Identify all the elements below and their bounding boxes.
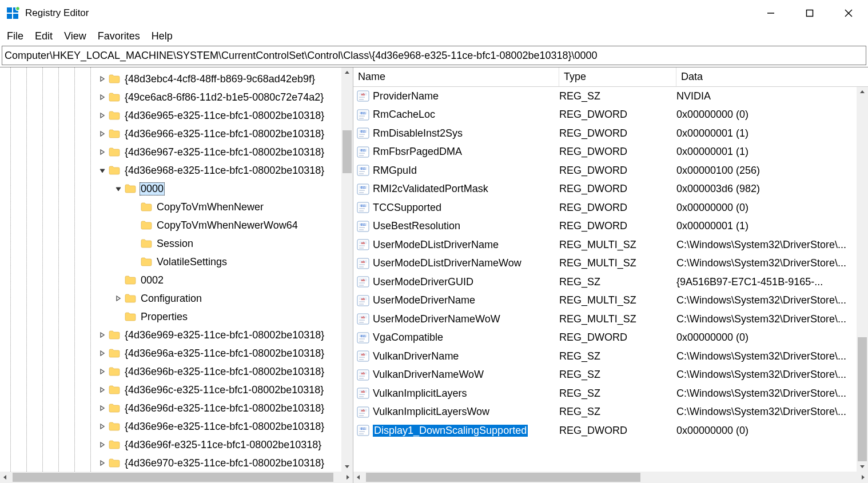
tree-row[interactable]: {49ce6ac8-6f86-11d2-b1e5-0080c72e74a2} [0,88,353,106]
tree-row[interactable]: 0002 [0,271,353,289]
column-header-type[interactable]: Type [559,67,676,86]
value-row[interactable]: 011VgaCompatibleREG_DWORD0x00000000 (0) [353,329,868,348]
chevron-right-icon[interactable] [97,369,107,374]
value-row[interactable]: 011RMI2cValidatedPortMaskREG_DWORD0x0000… [353,180,868,199]
tree-row[interactable]: {48d3ebc4-4cf8-48ff-b869-9c68ad42eb9f} [0,70,353,88]
value-data: C:\Windows\System32\DriverStore\... [676,294,868,306]
scroll-right-arrow-icon[interactable] [343,472,353,483]
tree-row[interactable]: {4d36e96c-e325-11ce-bfc1-08002be10318} [0,381,353,399]
address-bar[interactable]: Computer\HKEY_LOCAL_MACHINE\SYSTEM\Curre… [2,46,866,65]
svg-rect-82 [359,357,365,358]
tree-row[interactable]: Session [0,234,353,253]
chevron-right-icon[interactable] [97,387,107,393]
value-row[interactable]: abVulkanDriverNameREG_SZC:\Windows\Syste… [353,347,868,366]
maximize-button[interactable] [790,0,829,26]
value-name: VulkanImplicitLayersWow [373,406,559,418]
close-button[interactable] [829,0,868,26]
chevron-right-icon[interactable] [97,350,107,356]
value-name: RmDisableInst2Sys [373,127,559,139]
value-row[interactable]: abUserModeDriverNameREG_MULTI_SZC:\Windo… [353,292,868,310]
tree-row[interactable]: {4d36e965-e325-11ce-bfc1-08002be10318} [0,106,353,125]
chevron-right-icon[interactable] [97,405,107,411]
scroll-down-arrow-icon[interactable] [857,461,868,472]
scroll-left-arrow-icon[interactable] [0,472,10,483]
value-row[interactable]: 011RmCacheLocREG_DWORD0x00000000 (0) [353,106,868,125]
values-horizontal-scrollbar[interactable] [353,472,868,483]
menu-item-edit[interactable]: Edit [33,29,55,43]
column-header-data[interactable]: Data [676,67,868,86]
tree-row[interactable]: {4d36e96e-e325-11ce-bfc1-08002be10318} [0,417,353,436]
address-text: Computer\HKEY_LOCAL_MACHINE\SYSTEM\Curre… [5,50,598,62]
tree-row[interactable]: {4d36e967-e325-11ce-bfc1-08002be10318} [0,143,353,161]
value-row[interactable]: 011TCCSupportedREG_DWORD0x00000000 (0) [353,198,868,217]
value-row[interactable]: 011RmDisableInst2SysREG_DWORD0x00000001 … [353,124,868,143]
tree-row[interactable]: 0000 [0,179,353,198]
tree-vertical-scrollbar[interactable] [341,67,353,472]
value-row[interactable]: 011Display1_DownScalingSupportedREG_DWOR… [353,421,868,440]
reg-binary-icon: 011 [356,146,371,158]
tree-row[interactable]: CopyToVmWhenNewerWow64 [0,216,353,234]
menu-item-help[interactable]: Help [149,29,175,43]
tree-item-label: {4d36e967-e325-11ce-bfc1-08002be10318} [124,146,325,158]
value-row[interactable]: abUserModeDListDriverNameWowREG_MULTI_SZ… [353,254,868,273]
svg-rect-77 [359,338,365,340]
chevron-right-icon[interactable] [97,460,107,466]
scroll-right-arrow-icon[interactable] [858,472,868,483]
column-header-name[interactable]: Name [353,67,559,86]
menu-bar: FileEditViewFavoritesHelp [0,26,868,46]
tree-row[interactable]: {4d36e96d-e325-11ce-bfc1-08002be10318} [0,399,353,417]
scroll-up-arrow-icon[interactable] [341,67,353,78]
tree-row[interactable]: {4d36e966-e325-11ce-bfc1-08002be10318} [0,125,353,143]
value-row[interactable]: abUserModeDListDriverNameREG_MULTI_SZC:\… [353,235,868,254]
minimize-button[interactable] [751,0,790,26]
chevron-right-icon[interactable] [97,424,107,429]
tree-item-label: {4d36e965-e325-11ce-bfc1-08002be10318} [124,110,325,122]
menu-item-file[interactable]: File [5,29,26,43]
chevron-right-icon[interactable] [97,94,107,100]
value-row[interactable]: abVulkanDriverNameWoWREG_SZC:\Windows\Sy… [353,366,868,385]
menu-item-favorites[interactable]: Favorites [95,29,142,43]
chevron-down-icon[interactable] [113,186,124,191]
tree-row[interactable]: {4d36e96f-e325-11ce-bfc1-08002be10318} [0,436,353,454]
tree-horizontal-scrollbar[interactable] [0,472,353,483]
tree-row[interactable]: {4d36e970-e325-11ce-bfc1-08002be10318} [0,454,353,472]
chevron-right-icon[interactable] [97,113,107,118]
chevron-right-icon[interactable] [113,296,124,301]
tree-row[interactable]: {4d36e968-e325-11ce-bfc1-08002be10318} [0,161,353,179]
value-row[interactable]: abVulkanImplicitLayersWowREG_SZC:\Window… [353,403,868,422]
value-row[interactable]: 011RMGpuIdREG_DWORD0x00000100 (256) [353,161,868,180]
chevron-right-icon[interactable] [97,149,107,155]
value-row[interactable]: 011UseBestResolutionREG_DWORD0x00000001 … [353,217,868,236]
scroll-up-arrow-icon[interactable] [857,87,868,97]
scroll-down-arrow-icon[interactable] [341,461,353,472]
tree-row[interactable]: {4d36e96a-e325-11ce-bfc1-08002be10318} [0,344,353,362]
tree-row[interactable]: {4d36e96b-e325-11ce-bfc1-08002be10318} [0,362,353,381]
tree-row[interactable]: VolatileSettings [0,253,353,271]
value-row[interactable]: abVulkanImplicitLayersREG_SZC:\Windows\S… [353,384,868,403]
scrollbar-thumb[interactable] [366,473,640,482]
chevron-right-icon[interactable] [97,131,107,137]
values-vertical-scrollbar[interactable] [857,87,868,472]
scroll-left-arrow-icon[interactable] [353,472,364,483]
tree-row[interactable]: CopyToVmWhenNewer [0,198,353,216]
chevron-right-icon[interactable] [97,442,107,448]
scrollbar-thumb[interactable] [343,130,352,173]
chevron-down-icon[interactable] [97,167,107,173]
scrollbar-thumb[interactable] [858,337,867,461]
value-row[interactable]: 011RmFbsrPagedDMAREG_DWORD0x00000001 (1) [353,143,868,162]
menu-item-view[interactable]: View [62,29,89,43]
tree-row[interactable]: {4d36e969-e325-11ce-bfc1-08002be10318} [0,326,353,344]
tree-row[interactable]: Configuration [0,289,353,308]
tree-row[interactable]: Properties [0,308,353,326]
value-row[interactable]: abProviderNameREG_SZNVIDIA [353,87,868,106]
chevron-right-icon[interactable] [97,332,107,338]
value-row[interactable]: abUserModeDriverGUIDREG_SZ{9A516B97-E7C1… [353,273,868,292]
tree-item-label: {4d36e96a-e325-11ce-bfc1-08002be10318} [124,348,325,360]
value-data: C:\Windows\System32\DriverStore\... [676,406,868,418]
value-row[interactable]: abUserModeDriverNameWoWREG_MULTI_SZC:\Wi… [353,310,868,329]
scrollbar-thumb[interactable] [13,473,333,482]
folder-icon [109,330,120,340]
svg-rect-47 [359,227,365,228]
chevron-right-icon[interactable] [97,76,107,82]
reg-binary-icon: 011 [356,201,371,214]
